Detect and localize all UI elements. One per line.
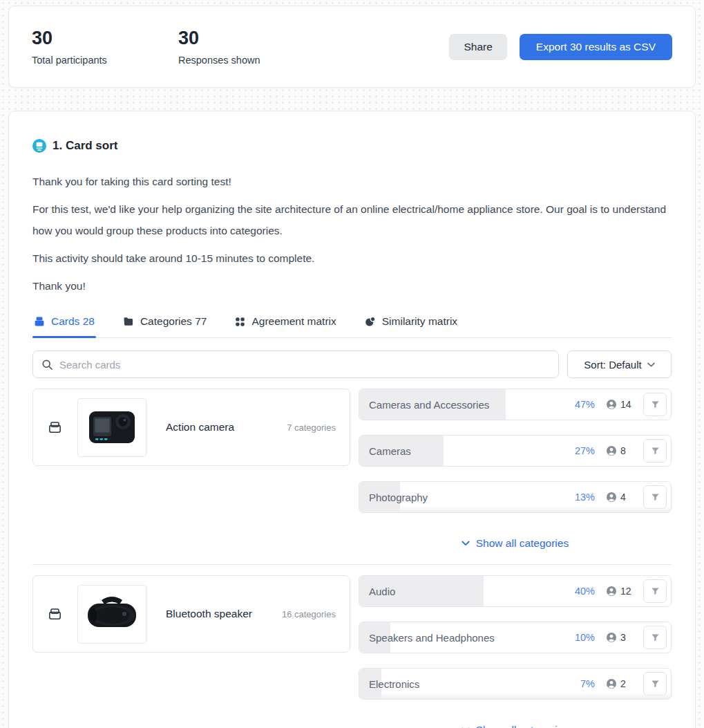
category-label: Speakers and Headphones xyxy=(369,632,563,644)
stat-label: Total participants xyxy=(32,55,178,66)
category-participants: 3 xyxy=(606,632,638,643)
category-participants: 2 xyxy=(606,678,638,689)
instructions-paragraph: Thank you! xyxy=(32,275,672,297)
participant-count: 2 xyxy=(620,678,626,689)
agreement-matrix-icon xyxy=(235,317,245,327)
product-image xyxy=(77,398,146,457)
card-sort-badge-icon xyxy=(32,139,46,153)
participant-count: 8 xyxy=(620,445,626,456)
instructions-paragraph: For this test, we'd like your help organ… xyxy=(32,198,672,241)
folder-icon xyxy=(123,316,134,327)
person-icon xyxy=(606,492,617,503)
category-row: Speakers and Headphones 10% 3 xyxy=(359,622,672,653)
product-panel: Action camera 7 categories xyxy=(32,389,350,466)
card-icon xyxy=(47,420,63,436)
card-result-row: Action camera 7 categories Cameras and A… xyxy=(32,389,672,550)
product-panel: Bluetooth speaker 16 categories xyxy=(32,575,350,653)
category-label: Electronics xyxy=(369,678,563,690)
category-label: Audio xyxy=(369,586,563,597)
show-all-categories-link[interactable]: Show all categories xyxy=(359,724,672,728)
chevron-down-icon xyxy=(462,541,470,546)
card-result-row: Bluetooth speaker 16 categories Audio 40… xyxy=(32,575,672,728)
filter-button[interactable] xyxy=(643,439,667,463)
stat-total-participants: 30 Total participants xyxy=(32,28,178,65)
chevron-down-icon xyxy=(647,362,655,367)
category-participants: 8 xyxy=(606,445,638,456)
filter-button[interactable] xyxy=(643,485,667,509)
filter-button[interactable] xyxy=(643,626,667,649)
category-participants: 4 xyxy=(606,492,638,503)
share-button[interactable]: Share xyxy=(449,34,506,60)
tab-cards[interactable]: Cards 28 xyxy=(32,315,96,337)
category-percent: 13% xyxy=(563,492,595,503)
instructions-paragraph: This activity should take around 10-15 m… xyxy=(32,248,672,269)
similarity-matrix-icon xyxy=(365,316,376,327)
tab-agreement-matrix[interactable]: Agreement matrix xyxy=(234,315,337,337)
stat-responses-shown: 30 Responses shown xyxy=(178,28,325,65)
person-icon xyxy=(606,399,617,410)
search-box[interactable] xyxy=(32,351,559,378)
category-row: Audio 40% 12 xyxy=(359,575,672,607)
show-all-label: Show all categories xyxy=(476,724,569,728)
person-icon xyxy=(606,586,617,597)
category-label: Photography xyxy=(369,492,563,503)
cards-icon xyxy=(34,316,45,327)
tab-similarity-matrix[interactable]: Similarity matrix xyxy=(363,315,459,337)
tab-label: Similarity matrix xyxy=(382,315,457,328)
filter-button[interactable] xyxy=(643,393,667,416)
tab-label: Cards 28 xyxy=(51,315,95,328)
search-icon xyxy=(41,359,53,371)
card-name: Action camera xyxy=(166,421,287,433)
show-all-categories-link[interactable]: Show all categories xyxy=(359,537,672,550)
card-name: Bluetooth speaker xyxy=(166,608,282,620)
participant-count: 4 xyxy=(620,492,626,503)
category-participants: 12 xyxy=(606,586,638,597)
tab-label: Categories 77 xyxy=(140,315,207,328)
export-csv-button[interactable]: Export 30 results as CSV xyxy=(520,34,672,60)
stat-label: Responses shown xyxy=(178,55,325,66)
participant-count: 12 xyxy=(620,586,631,597)
sort-label: Sort: Default xyxy=(584,359,641,371)
stat-value: 30 xyxy=(178,28,325,49)
card-sort-section: 1. Card sort Thank you for taking this c… xyxy=(8,111,696,728)
tab-categories[interactable]: Categories 77 xyxy=(122,315,209,337)
category-row: Electronics 7% 2 xyxy=(359,668,672,700)
toolbar: Sort: Default xyxy=(32,351,672,378)
product-image xyxy=(77,585,146,644)
category-row: Cameras 27% 8 xyxy=(359,435,672,467)
person-icon xyxy=(606,632,617,643)
show-all-label: Show all categories xyxy=(476,537,569,550)
category-percent: 40% xyxy=(563,586,595,597)
stats-bar: 30 Total participants 30 Responses shown… xyxy=(8,6,696,88)
divider xyxy=(32,564,672,565)
action-camera-image xyxy=(87,409,137,446)
sort-dropdown[interactable]: Sort: Default xyxy=(567,351,672,378)
section-heading: 1. Card sort xyxy=(32,139,672,153)
bluetooth-speaker-image xyxy=(85,595,139,633)
person-icon xyxy=(606,678,617,689)
stat-value: 30 xyxy=(32,28,178,49)
search-cards-input[interactable] xyxy=(59,359,550,371)
category-percent: 10% xyxy=(563,632,595,643)
section-title: 1. Card sort xyxy=(53,139,117,153)
category-percent: 27% xyxy=(563,445,595,456)
tab-label: Agreement matrix xyxy=(251,315,336,328)
person-icon xyxy=(606,445,617,456)
category-list: Cameras and Accessories 47% 14 Cameras 2… xyxy=(359,389,672,550)
participant-count: 14 xyxy=(620,399,631,410)
category-percent: 7% xyxy=(563,678,595,689)
filter-button[interactable] xyxy=(643,672,667,696)
card-category-count: 16 categories xyxy=(282,609,336,619)
category-row: Cameras and Accessories 47% 14 xyxy=(359,389,672,420)
card-icon xyxy=(47,606,63,622)
category-list: Audio 40% 12 Speakers and Headphones 10% xyxy=(359,575,672,728)
participant-count: 3 xyxy=(620,632,626,643)
category-label: Cameras xyxy=(369,445,563,457)
results-tabs: Cards 28 Categories 77 Agreement matrix xyxy=(32,315,672,338)
category-percent: 47% xyxy=(563,399,595,410)
card-rows: Action camera 7 categories Cameras and A… xyxy=(32,389,672,728)
category-label: Cameras and Accessories xyxy=(369,399,563,411)
category-participants: 14 xyxy=(606,399,638,410)
card-category-count: 7 categories xyxy=(287,422,336,433)
filter-button[interactable] xyxy=(643,579,667,603)
